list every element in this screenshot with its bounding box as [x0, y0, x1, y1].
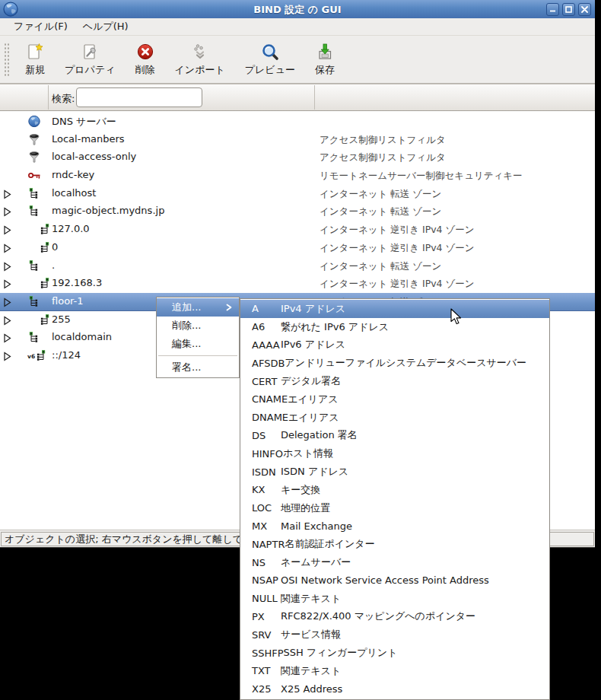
- record-type-item[interactable]: NSAP OSI Network Service Access Point Ad…: [240, 571, 549, 590]
- list-row[interactable]: 192.168.3 インターネット 逆引き IPv4 ゾーン: [0, 275, 595, 293]
- row-name: rndc-key: [52, 169, 94, 180]
- row-description: インターネット 転送 ゾーン: [320, 188, 441, 201]
- expander-icon[interactable]: [3, 189, 12, 199]
- expander-icon[interactable]: [3, 207, 12, 217]
- maximize-icon: [565, 6, 572, 13]
- record-type-item[interactable]: MX Mail Exchange: [240, 517, 549, 536]
- row-description: リモートネームサーバー制御セキュリティキー: [320, 170, 523, 183]
- record-type-item[interactable]: TXT 関連テキスト: [240, 662, 549, 680]
- list-row[interactable]: localhost インターネット 転送 ゾーン: [0, 185, 595, 203]
- record-type-item[interactable]: SSHFP SSH フィンガープリント: [240, 644, 549, 662]
- row-name: 192.168.3: [52, 277, 102, 288]
- properties-icon: [81, 43, 99, 61]
- expander-icon[interactable]: [3, 316, 12, 326]
- row-description: インターネット 逆引き IPv4 ゾーン: [320, 242, 475, 255]
- row-name: 255: [52, 313, 71, 325]
- expander-icon[interactable]: [3, 243, 12, 253]
- tree-forward-icon: [25, 295, 43, 308]
- row-description: アクセス制御リストフィルタ: [320, 151, 446, 164]
- row-name: 0: [52, 241, 58, 253]
- context-menu: 追加... 削除... 編集... 署名...: [156, 297, 240, 378]
- record-type-item[interactable]: X25 X25 Address: [240, 680, 549, 698]
- record-type-item[interactable]: A IPv4 アドレス: [240, 300, 549, 318]
- close-icon: [581, 6, 588, 13]
- row-name: localdomain: [52, 331, 112, 342]
- row-name: localhost: [52, 187, 96, 199]
- row-name: .: [52, 259, 55, 271]
- record-type-item[interactable]: ISDN ISDN アドレス: [240, 463, 549, 481]
- save-icon: [316, 43, 334, 61]
- search-label: 検索:: [52, 92, 75, 106]
- record-type-item[interactable]: CNAME エイリアス: [240, 390, 549, 409]
- record-type-item[interactable]: DS Delegation 署名: [240, 427, 549, 445]
- record-type-item[interactable]: AAAA IPv6 アドレス: [240, 336, 549, 355]
- row-description: インターネット 転送 ゾーン: [320, 260, 441, 273]
- list-row[interactable]: local-access-only アクセス制御リストフィルタ: [0, 148, 595, 167]
- list-row[interactable]: Local-manbers アクセス制御リストフィルタ: [0, 131, 595, 149]
- record-type-item[interactable]: HINFO ホスト情報: [240, 444, 549, 463]
- list-row[interactable]: DNS サーバー: [0, 113, 595, 131]
- context-menu-item[interactable]: 署名...: [157, 358, 239, 377]
- list-row[interactable]: rndc-key リモートネームサーバー制御セキュリティキー: [0, 167, 595, 185]
- record-type-item[interactable]: DNAME エイリアス: [240, 409, 549, 427]
- properties-button[interactable]: プロパティ: [55, 40, 126, 80]
- mouse-cursor: [450, 308, 463, 326]
- tree-forward-icon: [25, 259, 43, 272]
- record-type-item[interactable]: CERT デジタル署名: [240, 372, 549, 390]
- list-header: 検索:: [0, 84, 595, 111]
- new-icon: [26, 43, 44, 61]
- record-type-item[interactable]: A6 繋がれた IPv6 アドレス: [240, 318, 549, 336]
- minimize-button[interactable]: [546, 3, 559, 16]
- menu-help[interactable]: ヘルプ(H): [75, 18, 136, 35]
- delete-button[interactable]: 削除: [126, 40, 165, 80]
- column-separator: [314, 85, 315, 110]
- menu-bar: ファイル(F) ヘルプ(H): [0, 18, 595, 36]
- record-type-item[interactable]: AFSDB アンドリューファイルシステムデータベースサーバー: [240, 354, 549, 372]
- row-name: DNS サーバー: [52, 115, 116, 129]
- context-menu-item[interactable]: 追加...: [157, 298, 239, 317]
- record-type-item[interactable]: NULL 関連テキスト: [240, 590, 549, 608]
- search-input[interactable]: [76, 88, 202, 107]
- tree-reverse-icon: [35, 241, 53, 254]
- context-menu-item[interactable]: 編集...: [157, 335, 239, 353]
- expander-icon[interactable]: [3, 225, 12, 235]
- record-type-item[interactable]: PX RFC822/X.400 マッピングへのポインター: [240, 608, 549, 626]
- new-button[interactable]: 新規: [15, 40, 55, 80]
- tree-forward-icon: [25, 187, 43, 200]
- import-button[interactable]: インポート: [165, 40, 235, 80]
- tree-reverse-icon: [35, 223, 53, 236]
- close-button[interactable]: [578, 3, 591, 16]
- row-name: magic-object.mydns.jp: [52, 205, 164, 216]
- record-type-item[interactable]: NS ネームサーバー: [240, 553, 549, 571]
- title-bar[interactable]: BIND 設定 の GUI: [0, 0, 595, 19]
- record-type-item[interactable]: KX キー交換: [240, 481, 549, 499]
- globe-icon: [25, 115, 43, 128]
- row-name: floor-1: [52, 295, 84, 307]
- context-menu-item[interactable]: 削除...: [157, 317, 239, 335]
- column-separator: [48, 85, 49, 110]
- record-type-item[interactable]: LOC 地理的位置: [240, 499, 549, 517]
- preview-icon: [261, 43, 279, 61]
- list-row[interactable]: magic-object.mydns.jp インターネット 転送 ゾーン: [0, 202, 595, 221]
- list-row[interactable]: . インターネット 転送 ゾーン: [0, 257, 595, 275]
- toolbar: 新規 プロパティ 削除 インポート プレビュー: [0, 36, 595, 84]
- maximize-button[interactable]: [562, 3, 575, 16]
- expander-icon[interactable]: [3, 352, 12, 361]
- import-icon: [191, 43, 209, 61]
- menu-file[interactable]: ファイル(F): [6, 18, 75, 35]
- expander-icon[interactable]: [3, 298, 12, 307]
- tree-reverse-icon: [35, 313, 53, 326]
- list-row[interactable]: 0 インターネット 逆引き IPv4 ゾーン: [0, 239, 595, 257]
- expander-icon[interactable]: [3, 279, 12, 289]
- preview-button[interactable]: プレビュー: [235, 40, 305, 80]
- list-row[interactable]: 127.0.0 インターネット 逆引き IPv4 ゾーン: [0, 221, 595, 239]
- toolbar-drag-handle[interactable]: [4, 43, 10, 78]
- save-button[interactable]: 保存: [305, 40, 345, 80]
- record-type-item[interactable]: SRV サービス情報: [240, 625, 549, 644]
- expander-icon[interactable]: [3, 333, 12, 343]
- expander-icon[interactable]: [3, 262, 12, 272]
- minimize-icon: [549, 6, 556, 13]
- row-name: 127.0.0: [52, 223, 90, 234]
- record-type-item[interactable]: NAPTR 名前認証ポインター: [240, 535, 549, 553]
- context-menu-item[interactable]: [157, 353, 239, 358]
